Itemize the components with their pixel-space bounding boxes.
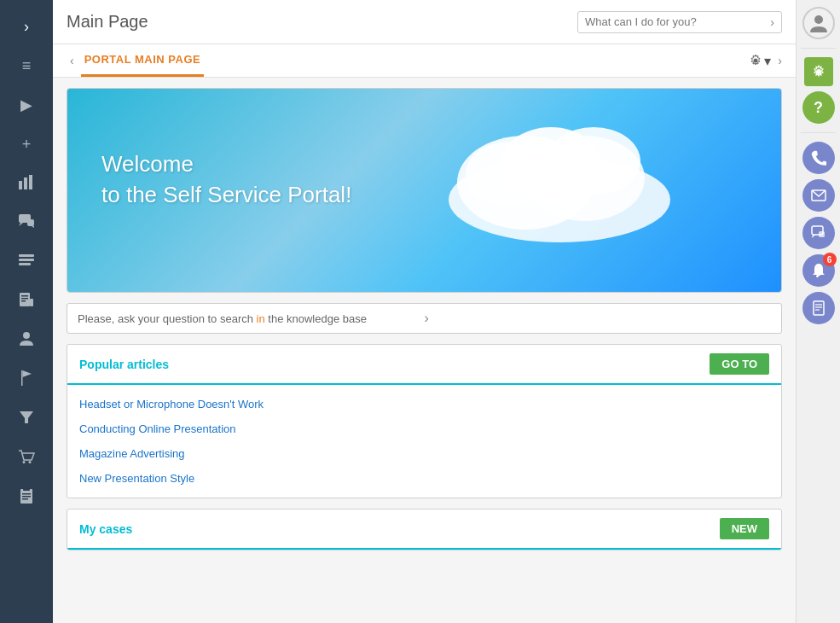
kb-search-box[interactable]: Please, ask your question to search in t… bbox=[67, 303, 782, 334]
svg-rect-12 bbox=[21, 298, 28, 300]
left-sidebar: › ≡ ▶ + bbox=[0, 0, 53, 623]
svg-marker-6 bbox=[32, 226, 34, 228]
notepad-icon bbox=[19, 487, 34, 509]
svg-marker-18 bbox=[20, 411, 33, 423]
notification-badge: 6 bbox=[823, 253, 837, 266]
svg-rect-22 bbox=[23, 488, 30, 491]
tab-gear-button[interactable]: ▾ bbox=[749, 53, 771, 69]
search-bar[interactable]: › bbox=[577, 11, 782, 33]
svg-rect-0 bbox=[19, 181, 22, 189]
svg-rect-1 bbox=[24, 178, 27, 189]
document-button[interactable] bbox=[802, 292, 835, 324]
svg-rect-10 bbox=[20, 293, 30, 306]
expand-icon: › bbox=[24, 18, 29, 36]
top-header: Main Page › bbox=[53, 0, 796, 44]
sidebar-item-list[interactable] bbox=[9, 244, 44, 280]
my-cases-title: My cases bbox=[79, 522, 132, 536]
svg-rect-25 bbox=[22, 498, 28, 500]
speech-bubble-icon bbox=[18, 213, 35, 233]
report-icon bbox=[18, 292, 35, 312]
article-item-1[interactable]: Conducting Online Presentation bbox=[67, 416, 781, 441]
hero-banner: Welcome to the Self Service Portal! bbox=[67, 88, 782, 293]
tab-forward-button[interactable]: › bbox=[778, 54, 782, 67]
sidebar-item-cart[interactable] bbox=[9, 440, 44, 476]
phone-button[interactable] bbox=[802, 142, 835, 174]
search-input[interactable] bbox=[585, 15, 770, 28]
tab-left: ‹ PORTAL MAIN PAGE bbox=[67, 44, 204, 77]
svg-point-19 bbox=[23, 461, 26, 463]
sidebar-item-expand[interactable]: › bbox=[9, 9, 44, 44]
new-case-button[interactable]: NEW bbox=[720, 518, 769, 539]
help-button[interactable]: ? bbox=[802, 91, 835, 124]
article-item-2[interactable]: Magazine Advertising bbox=[67, 441, 781, 466]
sidebar-item-play[interactable]: ▶ bbox=[9, 87, 44, 123]
svg-point-33 bbox=[814, 15, 823, 24]
chat-button[interactable] bbox=[802, 217, 835, 249]
bar-chart-icon bbox=[18, 174, 35, 194]
tab-back-button[interactable]: ‹ bbox=[67, 47, 78, 74]
hero-line1: Welcome bbox=[101, 148, 351, 179]
svg-point-40 bbox=[816, 275, 819, 277]
svg-rect-41 bbox=[814, 301, 824, 315]
svg-rect-24 bbox=[22, 496, 31, 498]
search-arrow-icon: › bbox=[770, 15, 774, 29]
hero-cloud-image bbox=[423, 114, 696, 251]
funnel-icon bbox=[19, 410, 34, 429]
svg-point-20 bbox=[29, 461, 32, 463]
popular-articles-title: Popular articles bbox=[79, 358, 169, 371]
page-title: Main Page bbox=[67, 12, 148, 32]
list-icon bbox=[18, 253, 35, 272]
svg-rect-16 bbox=[21, 370, 23, 386]
tab-bar: ‹ PORTAL MAIN PAGE ▾ › bbox=[53, 44, 796, 78]
sidebar-item-menu[interactable]: ≡ bbox=[9, 48, 44, 84]
right-sidebar: ? 6 bbox=[796, 0, 840, 623]
question-mark-icon: ? bbox=[814, 99, 823, 117]
settings-button[interactable] bbox=[804, 57, 833, 86]
hero-line2: to the Self Service Portal! bbox=[101, 179, 351, 210]
sidebar-item-filter[interactable] bbox=[9, 401, 44, 437]
email-button[interactable] bbox=[802, 179, 835, 212]
menu-icon: ≡ bbox=[22, 57, 32, 75]
sidebar-item-report[interactable] bbox=[9, 283, 44, 319]
sidebar-item-add[interactable]: + bbox=[9, 126, 44, 162]
kb-search-arrow-icon: › bbox=[425, 311, 772, 326]
play-icon: ▶ bbox=[20, 96, 32, 114]
article-list: Headset or Microphone Doesn't Work Condu… bbox=[67, 385, 781, 498]
kb-search-text-end: the knowledge base bbox=[265, 312, 367, 325]
person-icon bbox=[18, 330, 35, 352]
my-cases-card: My cases NEW bbox=[67, 509, 782, 550]
svg-marker-17 bbox=[23, 370, 32, 377]
svg-rect-8 bbox=[19, 259, 34, 261]
svg-rect-38 bbox=[819, 231, 825, 237]
svg-rect-13 bbox=[21, 300, 26, 302]
tab-right: ▾ › bbox=[749, 53, 782, 69]
divider-1 bbox=[801, 48, 836, 49]
svg-rect-2 bbox=[29, 175, 32, 189]
article-item-0[interactable]: Headset or Microphone Doesn't Work bbox=[67, 392, 781, 416]
popular-articles-card: Popular articles GO TO Headset or Microp… bbox=[67, 344, 782, 498]
notification-button[interactable]: 6 bbox=[802, 254, 835, 287]
hero-welcome-text: Welcome to the Self Service Portal! bbox=[101, 148, 351, 211]
svg-rect-7 bbox=[19, 254, 34, 257]
article-item-3[interactable]: New Presentation Style bbox=[67, 466, 781, 491]
svg-rect-9 bbox=[19, 263, 31, 265]
sidebar-item-user[interactable] bbox=[9, 323, 44, 358]
sidebar-item-chart[interactable] bbox=[9, 166, 44, 201]
svg-marker-4 bbox=[19, 223, 23, 226]
popular-articles-header: Popular articles GO TO bbox=[67, 345, 781, 385]
kb-search-text: Please, ask your question to search in t… bbox=[78, 312, 425, 325]
user-profile-button[interactable] bbox=[802, 7, 835, 39]
go-to-button[interactable]: GO TO bbox=[710, 353, 769, 375]
main-content: Main Page › ‹ PORTAL MAIN PAGE ▾ › bbox=[53, 0, 796, 623]
svg-point-32 bbox=[466, 142, 551, 207]
sidebar-item-notes[interactable] bbox=[9, 480, 44, 515]
divider-2 bbox=[801, 132, 836, 133]
sidebar-item-flag[interactable] bbox=[9, 362, 44, 398]
flag-icon bbox=[20, 370, 33, 391]
sidebar-item-chat[interactable] bbox=[9, 205, 44, 241]
shopping-cart-icon bbox=[18, 449, 35, 469]
svg-point-15 bbox=[23, 332, 30, 339]
portal-main-page-tab[interactable]: PORTAL MAIN PAGE bbox=[81, 44, 205, 77]
kb-search-highlight: in bbox=[257, 312, 265, 325]
svg-rect-5 bbox=[27, 219, 34, 226]
